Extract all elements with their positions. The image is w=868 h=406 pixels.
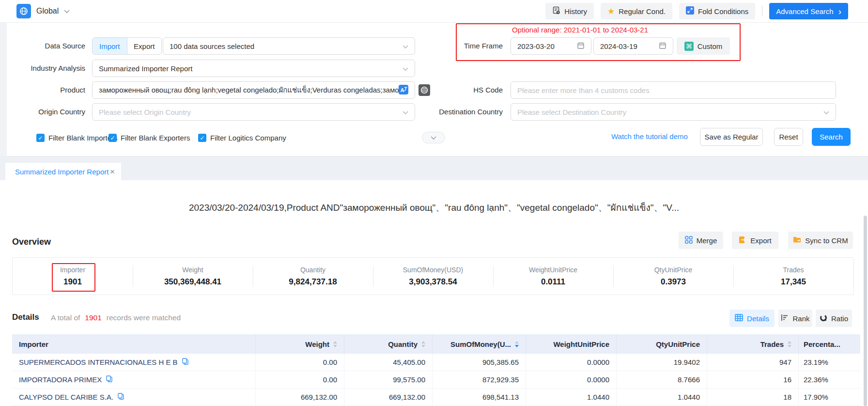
copy-icon[interactable]	[118, 393, 124, 401]
qty-unit-price-cell: 19.9402	[617, 354, 707, 371]
page-scrollbar[interactable]	[864, 216, 867, 406]
importer-name-cell[interactable]: SUPERMERCADOS INTERNACIONALES H E B	[12, 354, 256, 371]
overview-stats-card: Importer 1901 Weight 350,369,448.41 Quan…	[12, 257, 854, 295]
tab-summarized-importer-report[interactable]: Summarized Importer Report ×	[5, 163, 121, 180]
translate-icon[interactable]: A	[399, 85, 408, 96]
column-label: WeightUnitPrice	[553, 340, 609, 348]
advanced-search-button[interactable]: Advanced Search ›	[769, 3, 848, 19]
importer-name-cell[interactable]: CALYPSO DEL CARIBE S.A.	[12, 389, 256, 406]
table-icon	[735, 314, 743, 323]
app-brand[interactable]: Global	[16, 4, 70, 18]
filter-blank-importers-checkbox[interactable]: ✓ Filter Blank Importers	[36, 134, 118, 142]
sort-icon[interactable]	[333, 341, 337, 347]
table-row[interactable]: SUPERMERCADOS INTERNACIONALES H E B 0.00…	[12, 354, 860, 371]
collapse-form-button[interactable]	[422, 132, 445, 143]
hs-code-input[interactable]: Please enter more than 4 customs codes	[511, 81, 836, 99]
industry-analysis-select[interactable]: Summarized Importer Report	[92, 60, 415, 77]
copy-icon[interactable]	[182, 358, 188, 366]
chevron-right-icon: ›	[838, 7, 841, 16]
date-to-input[interactable]: 2024-03-19	[593, 37, 673, 55]
stat-weight: Weight 350,369,448.41	[133, 258, 253, 295]
importer-name-cell[interactable]: IMPORTADORA PRIMEX	[12, 371, 256, 389]
destination-country-select[interactable]: Please select Destination Country	[511, 103, 836, 121]
table-row[interactable]: IMPORTADORA PRIMEX 0.00 99,575.00 872,92…	[12, 371, 860, 389]
custom-range-button[interactable]: ⌘ Custom	[677, 37, 730, 55]
merge-button[interactable]: Merge	[679, 232, 723, 249]
import-tab[interactable]: Import	[93, 38, 127, 54]
time-frame-label: Time Frame	[418, 37, 503, 55]
column-header-weight[interactable]: Weight	[256, 334, 344, 354]
details-table: Importer Weight Quantity SumOfMoney(U...…	[12, 334, 860, 406]
column-label: Importer	[19, 340, 48, 348]
column-header-weight-unit-price[interactable]: WeightUnitPrice	[526, 334, 617, 354]
region-selector-label[interactable]: Global	[36, 7, 59, 16]
filter-logitics-company-checkbox[interactable]: ✓ Filter Logitics Company	[198, 134, 286, 142]
filter-blank-exporters-checkbox[interactable]: ✓ Filter Blank Exporters	[108, 134, 190, 142]
stat-importer: Importer 1901	[13, 258, 133, 295]
export-tab[interactable]: Export	[127, 38, 162, 54]
matched-suffix: records were matched	[107, 313, 181, 322]
table-row[interactable]: CALYPSO DEL CARIBE S.A. 669,132.00 669,1…	[12, 389, 860, 406]
product-input[interactable]: замороженный овощ;rau đông lạnh;vegetal …	[92, 81, 415, 99]
tutorial-demo-link[interactable]: Watch the tutorial demo	[611, 132, 688, 141]
view-details-button[interactable]: Details	[729, 310, 775, 327]
column-header-qty-unit-price[interactable]: QtyUnitPrice	[617, 334, 707, 354]
quantity-cell: 99,575.00	[344, 371, 433, 389]
optional-range-hint: Optional range: 2021-01-01 to 2024-03-21	[512, 26, 648, 34]
importer-name[interactable]: CALYPSO DEL CARIBE S.A.	[19, 393, 113, 401]
data-sources-select[interactable]: 100 data sources selected	[163, 37, 415, 55]
column-header-importer[interactable]: Importer	[12, 334, 256, 354]
regular-cond-label: Regular Cond.	[619, 7, 666, 16]
industry-analysis-label: Industry Analysis	[0, 60, 85, 77]
destination-country-placeholder: Please select Destination Country	[517, 108, 823, 116]
column-label: QtyUnitPrice	[656, 340, 700, 348]
checkbox-checked-icon[interactable]: ✓	[198, 134, 206, 142]
svg-text:A: A	[401, 87, 404, 93]
view-rank-button[interactable]: Rank	[778, 310, 812, 327]
chevron-down-icon	[823, 108, 829, 116]
search-button[interactable]: Search	[812, 128, 851, 146]
reset-button[interactable]: Reset	[774, 128, 803, 146]
matched-records-text: A total of 1901 records were matched	[51, 313, 181, 322]
sync-to-crm-button[interactable]: Sync to CRM	[788, 232, 853, 249]
checkbox-checked-icon[interactable]: ✓	[36, 134, 45, 142]
sort-icon[interactable]	[421, 341, 425, 347]
column-header-sum-of-money[interactable]: SumOfMoney(U...	[433, 334, 526, 354]
sort-icon-desc-active[interactable]	[515, 341, 519, 347]
stat-label: Importer	[60, 266, 85, 274]
date-from-input[interactable]: 2023-03-20	[511, 37, 591, 55]
sort-icon[interactable]	[788, 341, 791, 347]
weight-cell: 0.00	[256, 354, 344, 371]
divider	[762, 6, 762, 16]
chevron-down-icon	[64, 7, 70, 16]
fold-icon	[686, 6, 694, 16]
stat-label: Trades	[783, 266, 804, 274]
save-as-regular-button[interactable]: Save as Regular	[700, 128, 763, 146]
sum-of-money-cell: 905,385.65	[433, 354, 526, 371]
importer-name[interactable]: IMPORTADORA PRIMEX	[19, 375, 102, 384]
trades-cell: 947	[707, 354, 799, 371]
percentage-cell: 23.19%	[799, 354, 860, 371]
filter-logitics-company-label: Filter Logitics Company	[210, 134, 286, 142]
copy-icon[interactable]	[106, 375, 112, 384]
column-header-trades[interactable]: Trades	[707, 334, 799, 354]
close-icon[interactable]: ×	[110, 168, 115, 176]
checkbox-checked-icon[interactable]: ✓	[108, 134, 117, 142]
weight-unit-price-cell: 1.0440	[526, 389, 617, 406]
export-button[interactable]: Export	[732, 232, 778, 249]
view-rank-label: Rank	[792, 314, 809, 323]
details-heading: Details	[12, 312, 39, 322]
matched-prefix: A total of	[51, 313, 80, 322]
history-button[interactable]: History	[545, 3, 594, 19]
tab-bar	[0, 156, 868, 180]
view-ratio-button[interactable]: Ratio	[816, 310, 852, 327]
stat-value: 17,345	[781, 277, 806, 287]
app-window: Global History ★ Regular Cond. Fold Cond…	[0, 0, 868, 406]
regular-cond-button[interactable]: ★ Regular Cond.	[601, 3, 672, 19]
importer-name[interactable]: SUPERMERCADOS INTERNACIONALES H E B	[19, 358, 178, 366]
fold-conditions-button[interactable]: Fold Conditions	[679, 3, 755, 19]
column-header-percentage[interactable]: Percenta...	[799, 334, 860, 354]
column-header-quantity[interactable]: Quantity	[344, 334, 433, 354]
stat-value: 350,369,448.41	[164, 277, 221, 287]
origin-country-select[interactable]: Please select Origin Country	[92, 103, 415, 121]
